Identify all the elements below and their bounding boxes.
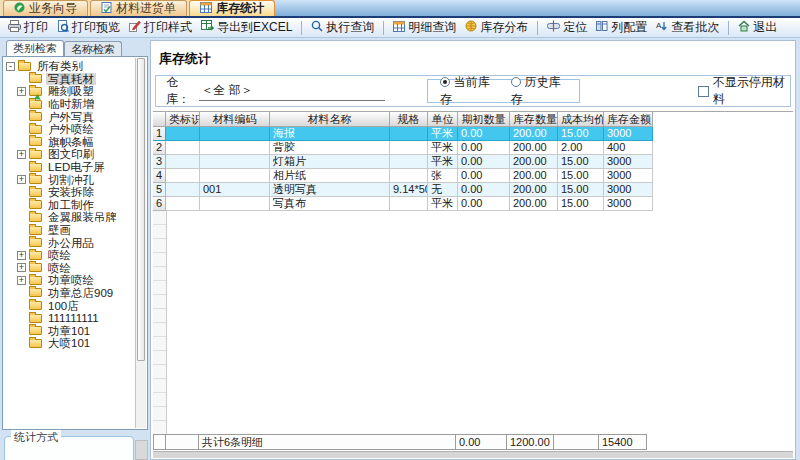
exit-button[interactable]: 退出 <box>734 18 781 37</box>
inventory-grid: 类标识 材料编码 材料名称 规格 单位 期初数量 库存数量 成本均价 库存金额 … <box>153 111 793 458</box>
col-header[interactable]: 规格 <box>390 112 428 127</box>
expand-icon[interactable]: + <box>17 276 26 285</box>
locate-button[interactable]: 定位 <box>543 18 591 37</box>
expand-icon[interactable]: + <box>17 263 26 272</box>
tab-material-purchase[interactable]: 材料进货单 <box>90 0 187 16</box>
tree-item[interactable]: 金翼服装吊牌 <box>6 211 135 224</box>
tree-item[interactable]: LED电子屏 <box>6 161 135 174</box>
tree-item[interactable]: 安装拆除 <box>6 186 135 199</box>
detail-table-icon <box>393 21 405 35</box>
detail-query-button[interactable]: 明细查询 <box>389 18 460 37</box>
tree-item[interactable]: 壁画 <box>6 224 135 237</box>
radio-on-icon <box>440 77 450 87</box>
tree-item[interactable]: 办公用品 <box>6 236 135 249</box>
column-config-button[interactable]: 列配置 <box>592 18 651 37</box>
resize-corner <box>135 440 148 460</box>
folder-icon <box>29 326 42 335</box>
folder-icon <box>29 314 42 323</box>
page-title: 库存统计 <box>151 41 795 68</box>
table-row[interactable]: 6 写真布 平米 0.00 200.00 15.00 3000 <box>153 197 793 211</box>
radio-history-inventory[interactable]: 历史库存 <box>511 74 568 108</box>
wizard-icon <box>14 2 25 16</box>
sidebar-tabs: 类别检索 名称检索 <box>2 40 148 56</box>
table-row[interactable]: 4 相片纸 张 0.00 200.00 15.00 3000 <box>153 169 793 183</box>
folder-icon <box>29 112 42 121</box>
excel-export-icon <box>201 20 214 35</box>
tree-root[interactable]: - 所有类别 <box>6 60 135 73</box>
tab-name-search[interactable]: 名称检索 <box>64 41 122 56</box>
tree-item[interactable]: 100店 <box>6 299 135 312</box>
tree-scrollbar[interactable] <box>135 58 146 428</box>
tree-item[interactable]: 户外喷绘 <box>6 123 135 136</box>
folder-icon <box>29 288 42 297</box>
main-panel: 库存统计 仓库： ＜全 部＞ 当前库存 历史库存 不显示停用材料 类标识 材料编… <box>150 40 796 460</box>
table-row[interactable]: 1 海报 平米 0.00 200.00 15.00 3000 <box>153 127 793 141</box>
table-row[interactable]: 2 背胶 平米 0.00 200.00 2.00 400 <box>153 141 793 155</box>
col-header[interactable]: 库存数量 <box>510 112 558 127</box>
run-query-button[interactable]: 执行查询 <box>307 18 378 37</box>
folder-icon <box>29 125 42 134</box>
folder-icon <box>29 339 42 348</box>
tree-item[interactable]: 大喷101 <box>6 337 135 350</box>
warehouse-select[interactable]: ＜全 部＞ <box>199 82 384 101</box>
col-header[interactable]: 材料名称 <box>270 112 390 127</box>
printer-icon <box>8 20 21 35</box>
folder-open-icon <box>29 100 42 109</box>
export-excel-button[interactable]: 导出到EXCEL <box>197 18 296 37</box>
tree-item[interactable]: 旗帜条幅 <box>6 136 135 149</box>
search-icon <box>311 20 323 35</box>
folder-icon <box>29 251 42 260</box>
table-row[interactable]: 3 灯箱片 平米 0.00 200.00 15.00 3000 <box>153 155 793 169</box>
tree-item[interactable]: 写真耗材 <box>6 73 135 86</box>
tree-item[interactable]: 功章101 <box>6 324 135 337</box>
tab-business-wizard[interactable]: 业务向导 <box>3 0 88 16</box>
folder-icon <box>29 163 42 172</box>
view-batch-button[interactable]: A 查看批次 <box>652 18 723 37</box>
col-header[interactable]: 成本均价 <box>558 112 604 127</box>
tree-item[interactable]: +喷绘 <box>6 262 135 275</box>
summary-label: 共计6条明细 <box>198 434 456 450</box>
pen-icon <box>129 20 141 35</box>
tree-item[interactable]: +切割冲孔 <box>6 173 135 186</box>
col-header[interactable]: 类标识 <box>166 112 200 127</box>
folder-icon <box>29 200 42 209</box>
expand-icon[interactable]: + <box>17 87 26 96</box>
print-button[interactable]: 打印 <box>4 18 52 37</box>
tree-item[interactable]: +雕刻吸塑 <box>6 85 135 98</box>
summary-amount-total: 15400 <box>598 434 647 450</box>
tree-item[interactable]: 加工制作 <box>6 199 135 212</box>
tree-item[interactable]: +图文印刷 <box>6 148 135 161</box>
column-config-icon <box>596 20 608 35</box>
sidebar: 类别检索 名称检索 - 所有类别 写真耗材 +雕刻吸塑 临时新增 户外写真 户外… <box>2 40 148 460</box>
tree-item[interactable]: 临时新增 <box>6 98 135 111</box>
folder-icon <box>29 175 42 184</box>
hide-disabled-checkbox[interactable]: 不显示停用材料 <box>698 74 790 108</box>
tree-item[interactable]: +喷绘 <box>6 249 135 262</box>
print-style-button[interactable]: 打印样式 <box>125 18 196 37</box>
folder-icon <box>29 238 42 247</box>
col-header[interactable]: 材料编码 <box>200 112 270 127</box>
tree-item[interactable]: +功章喷绘 <box>6 274 135 287</box>
radio-current-inventory[interactable]: 当前库存 <box>440 74 497 108</box>
checkbox-icon <box>698 86 708 97</box>
print-preview-button[interactable]: 打印预览 <box>53 18 124 37</box>
collapse-icon[interactable]: - <box>6 62 15 71</box>
col-header[interactable]: 单位 <box>428 112 458 127</box>
col-header[interactable]: 期初数量 <box>458 112 510 127</box>
expand-icon[interactable]: + <box>17 251 26 260</box>
tree-item[interactable]: 功章总店909 <box>6 287 135 300</box>
col-header[interactable]: 库存金额 <box>604 112 653 127</box>
tab-inventory-stats[interactable]: 库存统计 <box>189 0 275 16</box>
expand-icon[interactable]: + <box>17 150 26 159</box>
tree-item[interactable]: 111111111 <box>6 312 135 325</box>
tab-category-search[interactable]: 类别检索 <box>6 40 64 56</box>
category-tree: - 所有类别 写真耗材 +雕刻吸塑 临时新增 户外写真 户外喷绘 旗帜条幅 +图… <box>2 56 148 430</box>
table-row[interactable]: 5 001 透明写真 9.14*50 无 0.00 200.00 15.00 3… <box>153 183 793 197</box>
tree-item[interactable]: 户外写真 <box>6 110 135 123</box>
corner-header <box>153 112 166 127</box>
scrollbar-thumb[interactable] <box>137 58 145 361</box>
horizontal-scrollbar[interactable] <box>153 451 793 458</box>
expand-icon[interactable]: + <box>17 175 26 184</box>
inventory-distribution-button[interactable]: 库存分布 <box>461 18 532 37</box>
summary-qty-total: 1200.00 <box>506 434 554 450</box>
